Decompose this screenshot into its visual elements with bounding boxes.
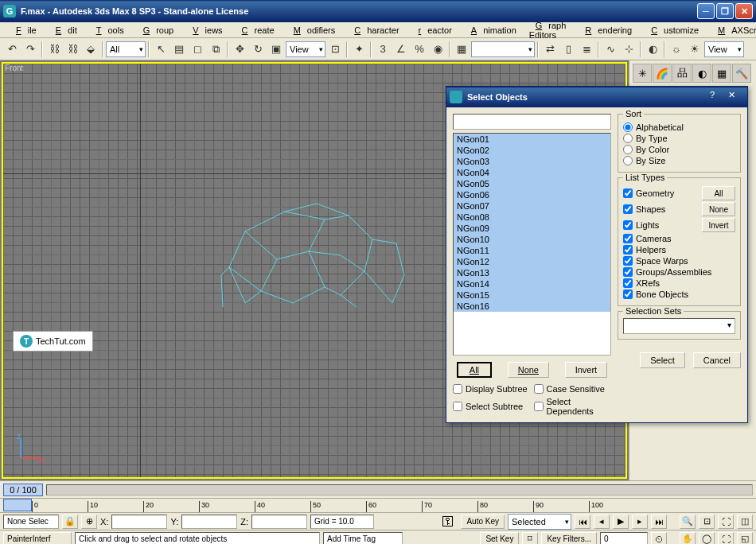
zoom-all-button[interactable]: ⊡ — [699, 515, 715, 529]
spinner-snap-button[interactable]: ◉ — [429, 41, 446, 58]
dialog-help-button[interactable]: ? — [710, 90, 726, 104]
link-button[interactable]: ⛓ — [45, 41, 63, 58]
sort-type-radio[interactable]: By Type — [623, 134, 735, 143]
object-item[interactable]: NGon14 — [454, 278, 610, 289]
object-item[interactable]: NGon12 — [454, 256, 610, 267]
schematic-button[interactable]: ⊹ — [620, 41, 637, 58]
menu-group[interactable]: Group — [131, 24, 181, 37]
selection-filter-combo[interactable]: All — [106, 41, 146, 57]
lock-selection-button[interactable]: 🔒 — [62, 515, 78, 529]
zoom-button[interactable]: 🔍 — [680, 515, 696, 529]
time-config-button[interactable]: ⏲ — [651, 532, 667, 545]
prev-frame-button[interactable]: ◂ — [594, 515, 610, 529]
name-filter-input[interactable] — [453, 114, 611, 130]
render-preset-combo[interactable]: View — [704, 41, 744, 57]
play-button[interactable]: ▶ — [613, 515, 629, 529]
menu-character[interactable]: Character — [341, 24, 405, 37]
select-button[interactable]: Select — [640, 352, 685, 368]
zoom-extents-button[interactable]: ⛶ — [718, 515, 734, 529]
maximize-viewport-button[interactable]: ⛶ — [718, 532, 734, 545]
lt-helpers-check[interactable]: Helpers — [623, 245, 735, 255]
timeline-ruler[interactable]: 0102030405060708090100 — [0, 498, 756, 512]
menu-graph-editors[interactable]: Graph Editors — [523, 19, 573, 41]
bind-button[interactable]: ⬙ — [82, 41, 99, 58]
next-frame-button[interactable]: ▸ — [632, 515, 648, 529]
z-field[interactable] — [251, 515, 307, 529]
motion-tab[interactable]: ◐ — [692, 64, 711, 83]
select-button[interactable]: ↖ — [152, 41, 170, 58]
material-button[interactable]: ◐ — [644, 41, 661, 58]
time-slider[interactable]: 0 / 100 — [0, 480, 756, 498]
ref-coord-combo[interactable]: View — [286, 41, 325, 57]
object-item[interactable]: NGon15 — [454, 289, 610, 301]
select-name-button[interactable]: ▤ — [170, 41, 188, 58]
object-item[interactable]: NGon10 — [454, 234, 610, 245]
angle-snap-button[interactable]: ∠ — [392, 41, 410, 58]
lt-cameras-check[interactable]: Cameras — [623, 234, 735, 243]
key-mode-toggle[interactable]: ⌑ — [522, 532, 538, 545]
lt-spacewarps-check[interactable]: Space Warps — [623, 256, 735, 266]
named-sel-button[interactable]: ▦ — [453, 41, 470, 58]
render-scene-button[interactable]: ☼ — [668, 41, 685, 58]
time-track[interactable] — [46, 484, 753, 495]
object-item[interactable]: NGon16 — [454, 301, 610, 312]
snap-button[interactable]: 3 — [374, 41, 392, 58]
lt-shapes-check[interactable]: Shapes — [623, 204, 665, 214]
pivot-button[interactable]: ⊡ — [326, 41, 344, 58]
goto-end-button[interactable]: ⏭ — [651, 515, 667, 529]
menu-maxscript[interactable]: MAXScript — [705, 24, 756, 37]
goto-start-button[interactable]: ⏮ — [575, 515, 590, 529]
select-dependents-check[interactable]: Select Dependents — [534, 397, 612, 416]
key-filters-button[interactable]: Key Filters... — [541, 532, 597, 545]
pan-button[interactable]: ✋ — [680, 532, 696, 545]
menu-views[interactable]: Views — [180, 24, 228, 37]
lt-all-button[interactable]: All — [702, 186, 735, 200]
list-none-button[interactable]: None — [508, 362, 549, 378]
lt-xrefs-check[interactable]: XRefs — [623, 278, 735, 288]
menu-modifiers[interactable]: Modifiers — [281, 24, 342, 37]
transform-type-button[interactable]: ⊕ — [81, 515, 97, 529]
redo-button[interactable]: ↷ — [21, 41, 39, 58]
lt-groups-check[interactable]: Groups/Assemblies — [623, 267, 735, 277]
modify-tab[interactable]: 🌈 — [653, 64, 672, 83]
move-button[interactable]: ✥ — [231, 41, 248, 58]
sort-alpha-radio[interactable]: Alphabetical — [623, 122, 735, 132]
list-all-button[interactable]: All — [457, 362, 492, 378]
maximize-button[interactable]: ❐ — [716, 3, 734, 19]
object-item[interactable]: NGon04 — [454, 167, 610, 178]
setkey-button[interactable]: Set Key — [480, 532, 519, 545]
scale-button[interactable]: ▣ — [267, 41, 285, 58]
window-crossing-button[interactable]: ⧉ — [207, 41, 224, 58]
sort-color-radio[interactable]: By Color — [623, 145, 735, 154]
object-item[interactable]: NGon08 — [454, 212, 610, 223]
hierarchy-tab[interactable]: 品 — [672, 64, 692, 83]
min-max-button[interactable]: ◱ — [737, 532, 753, 545]
cancel-button[interactable]: Cancel — [693, 352, 741, 368]
align-button[interactable]: ▯ — [559, 41, 577, 58]
x-field[interactable] — [111, 515, 167, 529]
time-tag-field[interactable]: Add Time Tag — [323, 532, 403, 545]
lt-bones-check[interactable]: Bone Objects — [623, 289, 735, 299]
lt-invert-button[interactable]: Invert — [702, 218, 735, 232]
select-subtree-check[interactable]: Select Subtree — [453, 397, 531, 416]
create-tab[interactable]: ✳ — [633, 64, 652, 83]
time-scrubber[interactable]: 0 / 100 — [3, 484, 43, 496]
object-item[interactable]: NGon07 — [454, 200, 610, 212]
fov-button[interactable]: ◫ — [737, 515, 753, 529]
selection-name-field[interactable]: None Selec — [3, 515, 59, 529]
menu-reactor[interactable]: reactor — [406, 24, 458, 37]
menu-animation[interactable]: Animation — [458, 24, 523, 37]
mirror-button[interactable]: ⇄ — [541, 41, 559, 58]
display-subtree-check[interactable]: Display Subtree — [453, 384, 531, 394]
close-button[interactable]: ✕ — [735, 3, 753, 19]
menu-rendering[interactable]: Rendering — [572, 24, 638, 37]
menu-customize[interactable]: Customize — [638, 24, 705, 37]
arc-rotate-button[interactable]: ◯ — [699, 532, 715, 545]
unlink-button[interactable]: ⛓ — [64, 41, 81, 58]
timeline-key[interactable] — [3, 499, 32, 511]
named-sel-combo[interactable] — [471, 41, 535, 57]
object-list[interactable]: NGon01NGon02NGon03NGon04NGon05NGon06NGon… — [453, 133, 611, 356]
menu-create[interactable]: Create — [229, 24, 281, 37]
object-item[interactable]: NGon03 — [454, 156, 610, 167]
rotate-button[interactable]: ↻ — [249, 41, 267, 58]
